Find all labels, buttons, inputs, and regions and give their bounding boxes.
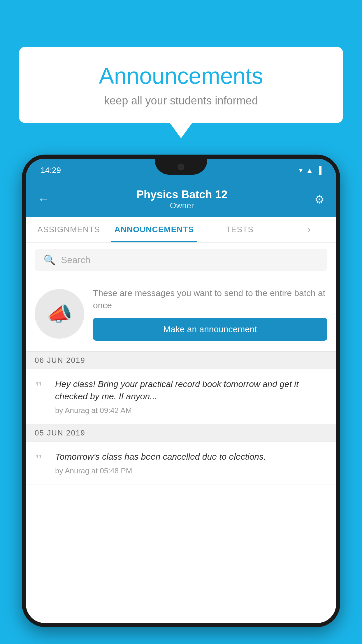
announcement-meta-2: by Anurag at 05:48 PM	[55, 466, 327, 475]
signal-icon: ▲	[306, 166, 313, 174]
promo-content: These are messages you want to send to t…	[93, 287, 327, 341]
announcement-text-2: Tomorrow's class has been cancelled due …	[55, 451, 327, 463]
header-subtitle: Owner	[49, 201, 314, 210]
announcement-content-2: Tomorrow's class has been cancelled due …	[55, 451, 327, 475]
search-placeholder: Search	[61, 255, 90, 265]
make-announcement-button[interactable]: Make an announcement	[93, 318, 327, 341]
announcement-item-2: " Tomorrow's class has been cancelled du…	[26, 442, 336, 484]
megaphone-icon: 📣	[47, 302, 72, 326]
speech-bubble-subtitle: keep all your students informed	[36, 94, 326, 107]
status-icons: ▾ ▲ ▐	[299, 166, 321, 174]
back-button[interactable]: ←	[38, 193, 49, 206]
promo-description: These are messages you want to send to t…	[93, 287, 327, 312]
camera-dot	[178, 164, 184, 170]
tab-more[interactable]: ›	[282, 217, 336, 242]
phone-frame: 14:29 ▾ ▲ ▐ ← Physics Batch 12 Owner ⚙	[22, 155, 340, 627]
date-separator-1: 06 JUN 2019	[26, 351, 336, 369]
announcement-content-1: Hey class! Bring your practical record b…	[55, 378, 327, 415]
phone-screen-content: 🔍 Search 📣 These are messages you want t…	[26, 243, 336, 623]
promo-icon-circle: 📣	[35, 289, 84, 339]
tabs-bar: ASSIGNMENTS ANNOUNCEMENTS TESTS ›	[26, 217, 336, 243]
search-bar[interactable]: 🔍 Search	[35, 249, 327, 271]
status-time: 14:29	[41, 166, 61, 175]
phone-mockup: 14:29 ▾ ▲ ▐ ← Physics Batch 12 Owner ⚙	[22, 155, 340, 644]
promo-section: 📣 These are messages you want to send to…	[26, 277, 336, 351]
speech-bubble-title: Announcements	[36, 63, 326, 89]
announcement-text-1: Hey class! Bring your practical record b…	[55, 378, 327, 402]
speech-bubble-tail	[170, 123, 192, 138]
phone-notch	[155, 159, 207, 175]
header-title: Physics Batch 12	[49, 188, 314, 201]
quote-icon-2: "	[35, 452, 48, 467]
header-title-group: Physics Batch 12 Owner	[49, 188, 314, 210]
phone-screen-wrapper: 14:29 ▾ ▲ ▐ ← Physics Batch 12 Owner ⚙	[26, 159, 336, 623]
speech-bubble-section: Announcements keep all your students inf…	[19, 47, 343, 138]
search-icon: 🔍	[43, 254, 56, 266]
app-header: ← Physics Batch 12 Owner ⚙	[26, 182, 336, 217]
date-separator-2: 05 JUN 2019	[26, 424, 336, 442]
tab-assignments[interactable]: ASSIGNMENTS	[26, 217, 111, 242]
tab-announcements[interactable]: ANNOUNCEMENTS	[111, 217, 197, 242]
wifi-icon: ▾	[299, 166, 303, 174]
settings-icon[interactable]: ⚙	[314, 193, 324, 206]
speech-bubble-card: Announcements keep all your students inf…	[19, 47, 343, 123]
quote-icon-1: "	[35, 379, 48, 394]
search-bar-container: 🔍 Search	[26, 243, 336, 277]
tab-tests[interactable]: TESTS	[197, 217, 282, 242]
battery-icon: ▐	[317, 166, 321, 174]
status-bar: 14:29 ▾ ▲ ▐	[26, 159, 336, 182]
announcement-meta-1: by Anurag at 09:42 AM	[55, 406, 327, 415]
announcement-item-1: " Hey class! Bring your practical record…	[26, 369, 336, 424]
